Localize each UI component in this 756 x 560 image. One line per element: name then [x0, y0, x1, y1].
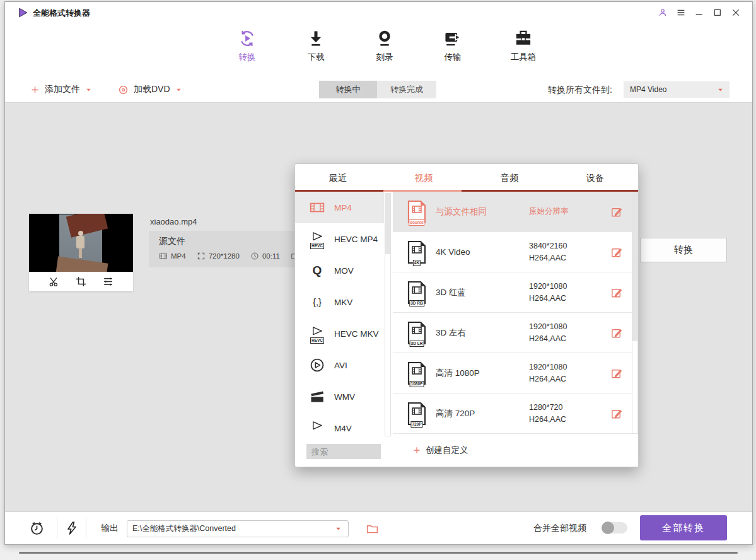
avi-icon — [309, 357, 325, 373]
preset-1080p-icon: 1080P — [407, 361, 427, 385]
preset-3d-lr-icon: 3D LR — [407, 321, 427, 345]
output-label: 输出 — [101, 523, 119, 534]
m4v-icon — [309, 420, 325, 436]
resolution-icon — [197, 252, 206, 260]
toggle-knob — [602, 522, 614, 534]
path-caret-icon — [335, 525, 342, 532]
video-preview-image — [59, 214, 102, 271]
preset-720p-icon: 720P — [407, 402, 427, 426]
format-list: MP4 HEVC HEVC MP4 Q MOV {,} MKV HEVC HEV… — [295, 192, 384, 436]
tab-transfer[interactable]: 传输 — [418, 28, 487, 63]
menu-icon[interactable] — [676, 8, 686, 18]
tab-finished[interactable]: 转换完成 — [377, 81, 436, 98]
titlebar: 全能格式转换器 — [5, 2, 752, 23]
add-plus-icon — [30, 85, 40, 95]
add-files-caret-icon[interactable] — [85, 86, 92, 93]
preset-3d-rb-icon: 3D RB — [407, 281, 427, 305]
hevc-mp4-icon: HEVC — [309, 231, 325, 247]
popup-tab-recent[interactable]: 最近 — [295, 164, 381, 192]
high-speed-bolt-icon[interactable] — [64, 520, 79, 536]
convert-button[interactable]: 转换 — [640, 238, 727, 262]
format-icon — [159, 252, 168, 260]
preset-edit-icon[interactable] — [611, 247, 622, 258]
preset-row-720p[interactable]: 720P 高清 720P 1280*720H264,AAC — [393, 394, 632, 434]
preset-edit-icon[interactable] — [611, 206, 622, 218]
format-item-mov[interactable]: Q MOV — [295, 255, 384, 286]
popup-tabs: 最近 视频 音频 设备 — [295, 164, 638, 192]
convert-tab-icon — [237, 28, 257, 49]
user-account-icon[interactable] — [658, 8, 668, 18]
format-item-mp4[interactable]: MP4 — [295, 192, 384, 223]
popup-tab-audio[interactable]: 音频 — [467, 164, 552, 192]
preset-edit-icon[interactable] — [611, 368, 622, 379]
trim-icon[interactable] — [48, 276, 60, 288]
app-logo-icon — [17, 7, 28, 18]
merge-toggle[interactable] — [602, 522, 627, 534]
app-title: 全能格式转换器 — [33, 8, 90, 19]
add-files-button[interactable]: 添加文件 — [30, 76, 92, 103]
format-item-mkv[interactable]: {,} MKV — [295, 286, 384, 318]
popup-tab-video[interactable]: 视频 — [381, 164, 467, 192]
tab-toolbox[interactable]: 工具箱 — [489, 28, 558, 63]
tab-converting[interactable]: 转换中 — [319, 81, 377, 98]
mp4-icon — [309, 199, 325, 216]
open-folder-icon[interactable] — [365, 522, 380, 535]
video-thumbnail-card — [29, 214, 133, 291]
preset-row-1080p[interactable]: 1080P 高清 1080P 1920*1080H264,AAC — [393, 353, 632, 394]
toolbar: 添加文件 加载DVD 转换中 转换完成 转换所有文件到: MP4 Video — [5, 76, 752, 103]
transfer-tab-icon — [443, 28, 463, 49]
preset-4k-icon: 4K — [407, 240, 427, 264]
hevc-mkv-icon: HEVC — [309, 325, 325, 342]
format-dropdown-caret-icon — [717, 86, 724, 93]
popup-tab-device[interactable]: 设备 — [552, 164, 638, 192]
schedule-alarm-icon[interactable] — [29, 520, 45, 536]
target-format-dropdown[interactable]: MP4 Video — [624, 81, 730, 98]
format-item-wmv[interactable]: WMV — [295, 381, 384, 412]
mov-icon: Q — [309, 262, 325, 279]
search-input[interactable] — [306, 444, 381, 459]
preset-list-scrollbar[interactable] — [632, 192, 638, 434]
load-dvd-button[interactable]: 加载DVD — [118, 76, 182, 103]
burn-tab-icon — [375, 28, 395, 49]
tab-convert[interactable]: 转换 — [212, 28, 282, 63]
crop-icon[interactable] — [75, 276, 87, 288]
format-item-m4v[interactable]: M4V — [295, 412, 384, 436]
preset-row-3d-rb[interactable]: 3D RB 3D 红蓝 1920*1080H264,AAC — [393, 272, 632, 313]
preset-row-4k[interactable]: 4K 4K Video 3840*2160H264,AAC — [393, 232, 632, 272]
footer-bar: 输出 E:\全能格式转换器\Converted 合并全部视频 全部转换 — [5, 511, 752, 544]
format-item-hevc-mkv[interactable]: HEVC HEVC MKV — [295, 318, 384, 349]
load-dvd-caret-icon[interactable] — [175, 86, 182, 93]
preset-edit-icon[interactable] — [611, 287, 622, 298]
plus-icon — [412, 446, 421, 455]
output-path-dropdown[interactable]: E:\全能格式转换器\Converted — [127, 520, 349, 537]
format-list-scrollbar[interactable] — [385, 193, 391, 436]
toolbox-tab-icon — [513, 28, 533, 49]
maximize-icon[interactable] — [712, 8, 723, 18]
convert-all-button[interactable]: 全部转换 — [640, 515, 727, 540]
minimize-icon[interactable] — [694, 8, 704, 18]
download-tab-icon — [306, 28, 326, 49]
merge-all-label: 合并全部视频 — [533, 523, 586, 534]
format-select-popup: 最近 视频 音频 设备 MP4 HEVC HEVC MP4 Q MOV {,} … — [294, 163, 639, 467]
format-item-avi[interactable]: AVI — [295, 349, 384, 381]
preset-edit-icon[interactable] — [611, 327, 622, 339]
dvd-icon — [118, 85, 129, 95]
preset-edit-icon[interactable] — [611, 408, 622, 419]
duration-icon — [250, 252, 259, 260]
wmv-icon — [309, 388, 325, 405]
app-window: 全能格式转换器 转换 下载 刻录 传输 工具箱 — [4, 1, 753, 545]
preset-row-source[interactable]: source 与源文件相同 原始分辨率 — [393, 192, 632, 232]
tab-download[interactable]: 下载 — [281, 28, 351, 63]
desktop-edge-line — [19, 552, 738, 554]
format-item-hevc-mp4[interactable]: HEVC HEVC MP4 — [295, 223, 384, 255]
preset-row-3d-lr[interactable]: 3D LR 3D 左右 1920*1080H264,AAC — [393, 313, 632, 353]
mkv-icon: {,} — [309, 294, 325, 310]
close-icon[interactable] — [731, 8, 741, 18]
video-thumbnail — [29, 214, 133, 272]
source-file-name: xiaodao.mp4 — [150, 217, 197, 226]
tab-burn[interactable]: 刻录 — [350, 28, 419, 63]
preset-source-icon: source — [407, 200, 427, 224]
create-custom-button[interactable]: 创建自定义 — [412, 445, 468, 456]
convert-all-to-label: 转换所有文件到: — [548, 85, 612, 96]
effects-icon[interactable] — [102, 276, 114, 288]
